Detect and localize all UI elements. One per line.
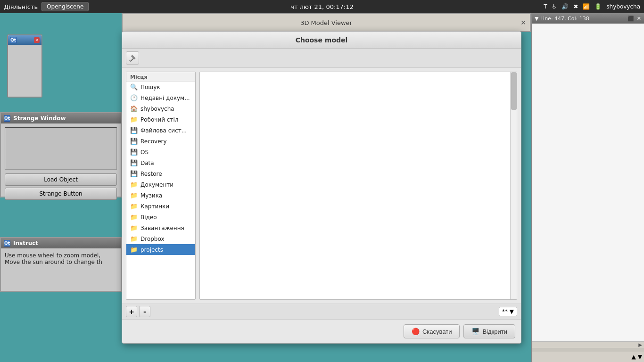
data-icon: 💾 [130,159,138,166]
qt-small-body [8,45,41,97]
sidebar-label-music: Музика [140,192,162,199]
model-viewer-close-button[interactable]: ✕ [520,19,526,26]
file-browser-area[interactable] [199,72,517,300]
sidebar-item-filesystem[interactable]: 💾 Файлова сист... [126,125,195,136]
pencil-icon [129,54,136,62]
instruct-window: Qt Instruct Use mouse wheel to zoom mode… [0,237,122,292]
scrollbar-thumb[interactable] [511,72,517,110]
instruct-text: Use mouse wheel to zoom model, Move the … [5,252,102,265]
h-scroll[interactable]: ▶ [638,342,644,347]
filter-dropdown-icon: ▼ [510,308,514,315]
qt-icon: Qt [10,37,17,43]
sidebar-label-data: Data [140,160,154,166]
strange-button[interactable]: Strange Button [5,188,117,200]
battery-icon: 🔋 [594,3,602,10]
desktop-folder-icon: 📁 [130,116,138,123]
taskbar-app[interactable]: Openglscene [41,2,89,11]
sidebar-label-recovery: Recovery [140,138,167,145]
downloads-icon: 📁 [130,224,138,231]
recent-icon: 🕐 [130,94,138,101]
strange-window: Qt Strange Window Load Object Strange Bu… [0,112,122,197]
left-panel: Qt ✕ Qt Strange Window Load Object Stran… [0,13,122,362]
sidebar-label-restore: Restore [140,171,162,177]
dialog-title: Choose model [122,32,521,49]
model-viewer-title: 3D Model Viewer [300,19,352,26]
sidebar-item-dropbox[interactable]: 📁 Dropbox [126,233,195,244]
video-icon: 📁 [130,214,138,221]
expand-up-icon[interactable]: ▲ [632,354,636,360]
restore-icon: 💾 [130,170,138,177]
model-viewer-titlebar: 3D Model Viewer ✕ [122,13,531,32]
taskbar: Діяльність Openglscene чт лют 21, 00:17:… [0,0,644,13]
recovery-icon: 💾 [130,138,138,145]
music-icon: 📁 [130,192,138,199]
sidebar-label-recent: Недавні докум... [140,95,190,101]
dialog-bottom-bar: + - ** ▼ [122,304,521,319]
edit-location-button[interactable] [126,51,139,65]
right-panel-body: ▶ ▲ ▼ [532,24,644,362]
qt-small-window: Qt ✕ [7,34,42,98]
taskbar-datetime: чт лют 21, 00:17:12 [290,3,354,10]
cancel-button[interactable]: 🔴 Скасувати [404,324,460,338]
remove-location-button[interactable]: - [139,306,150,317]
sidebar-item-video[interactable]: 📁 Відео [126,212,195,222]
sidebar-label-documents: Документи [140,181,173,188]
qt-icon-instruct: Qt [4,240,10,247]
taskbar-left: Діяльність Openglscene [4,2,89,11]
sidebar-label-downloads: Завантаження [140,225,184,231]
filesystem-icon: 💾 [130,127,138,134]
right-panel-title: ▼ Line: 447, Col: 138 ⬛ ✕ [532,13,644,24]
system-icon-t: T [544,3,547,10]
load-object-button[interactable]: Load Object [5,173,117,186]
right-panel-close[interactable]: ✕ [637,16,641,22]
sidebar-item-music[interactable]: 📁 Музика [126,190,195,201]
file-filter-combo[interactable]: ** ▼ [499,307,517,316]
strange-window-body: Load Object Strange Button [1,123,121,197]
maximize-icon[interactable]: ⬛ [627,16,634,22]
sidebar-item-data[interactable]: 💾 Data [126,157,195,168]
instruct-title: Qt Instruct [1,238,121,248]
sidebar-label-projects: projects [140,247,163,253]
dialog-actions: 🔴 Скасувати 🖥️ Відкрити [122,319,521,343]
add-location-button[interactable]: + [126,306,137,317]
expand-down-icon[interactable]: ▼ [638,354,642,360]
instruct-body: Use mouse wheel to zoom model, Move the … [1,248,121,291]
qt-small-title-bar: Qt ✕ [8,35,41,45]
documents-icon: 📁 [130,181,138,188]
sidebar-item-os[interactable]: 💾 OS [126,147,195,157]
wifi-icon: 📶 [583,3,590,10]
sidebar-item-home[interactable]: 🏠 shybovycha [126,103,195,114]
sidebar-header: Місця [126,72,195,82]
activity-label[interactable]: Діяльність [4,3,38,10]
os-icon: 💾 [130,148,138,156]
desktop: Qt ✕ Qt Strange Window Load Object Stran… [0,13,644,362]
sidebar-item-pictures[interactable]: 📁 Картинки [126,201,195,212]
sidebar-item-documents[interactable]: 📁 Документи [126,179,195,190]
cancel-icon: 🔴 [412,328,420,335]
sidebar-item-recent[interactable]: 🕐 Недавні докум... [126,92,195,103]
sidebar-item-downloads[interactable]: 📁 Завантаження [126,222,195,233]
choose-model-dialog: Choose model Місця 🔍 Пошук [122,31,521,344]
sidebar-item-restore[interactable]: 💾 Restore [126,168,195,179]
strange-window-title: Qt Strange Window [1,113,121,123]
qt-close-button[interactable]: ✕ [34,37,40,43]
sidebar-label-video: Відео [140,214,157,221]
instruct-label: Instruct [13,240,38,247]
sidebar-item-recovery[interactable]: 💾 Recovery [126,136,195,147]
search-icon: 🔍 [130,83,138,90]
scrollbar[interactable] [510,72,517,299]
sidebar-label-filesystem: Файлова сист... [140,127,187,134]
dropbox-icon: 📁 [130,235,138,242]
taskbar-right: T ♿ 🔊 ✖ 📶 🔋 shybovycha [544,3,640,10]
open-label: Відкрити [482,328,507,335]
bottom-bar [532,348,644,352]
sidebar-item-projects[interactable]: 📁 projects [126,244,195,255]
sidebar-item-search[interactable]: 🔍 Пошук [126,82,195,92]
bluetooth-icon: ✖ [573,3,578,10]
app-label: Openglscene [47,3,83,10]
open-button[interactable]: 🖥️ Відкрити [463,324,515,338]
line-col-label: ▼ Line: 447, Col: 138 [535,16,589,22]
accessibility-icon: ♿ [552,3,557,10]
user-label: shybovycha [606,3,640,10]
sidebar-item-desktop[interactable]: 📁 Робочий стіл [126,114,195,125]
